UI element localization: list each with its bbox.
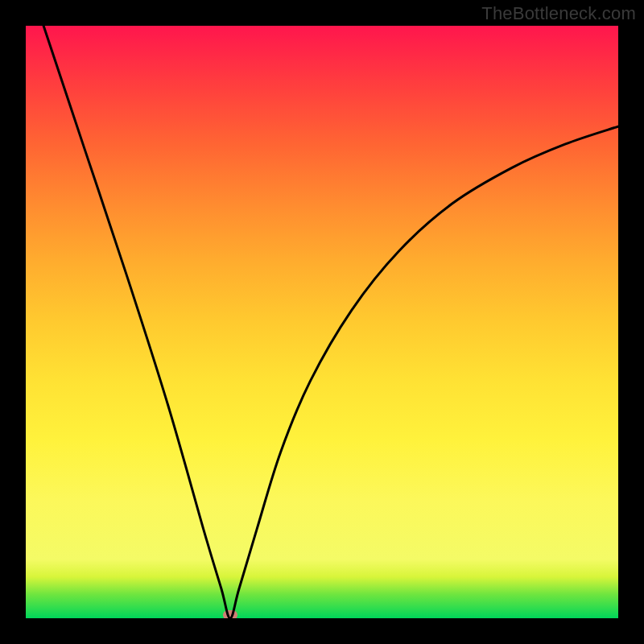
bottleneck-curve xyxy=(43,26,618,618)
plot-area xyxy=(26,26,618,618)
watermark-text: TheBottleneck.com xyxy=(481,3,636,24)
chart-frame: TheBottleneck.com xyxy=(0,0,644,644)
chart-curve-layer xyxy=(26,26,618,618)
